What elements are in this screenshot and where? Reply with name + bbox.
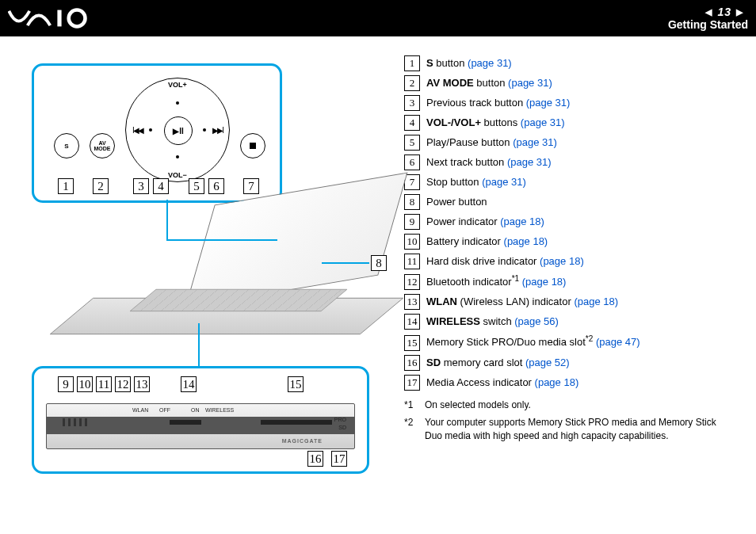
- next-track-label: ▶▶I: [212, 126, 223, 135]
- page-reference-link[interactable]: (page 31): [521, 116, 565, 128]
- connector-line: [166, 239, 277, 241]
- prev-page-icon[interactable]: ◀: [705, 7, 712, 17]
- legend-item: 14WIRELESS switch (page 56): [404, 314, 732, 330]
- magicgate-label: MAGICGATE: [282, 438, 323, 444]
- callout-num: 17: [331, 451, 347, 467]
- page-reference-link[interactable]: (page 18): [535, 376, 579, 388]
- legend-text: S button (page 31): [426, 56, 512, 71]
- page-reference-link[interactable]: (page 31): [513, 136, 557, 148]
- legend-text: WLAN (Wireless LAN) indicator (page 18): [426, 295, 618, 309]
- legend-item: 13WLAN (Wireless LAN) indicator (page 18…: [404, 294, 732, 310]
- wireless-switch-graphic: [170, 420, 201, 425]
- legend-num: 6: [404, 154, 420, 170]
- legend-text: Hard disk drive indicator (page 18): [426, 254, 584, 269]
- connector-line: [198, 323, 200, 366]
- legend-num: 16: [404, 355, 420, 371]
- legend-text: VOL-/VOL+ buttons (page 31): [426, 116, 565, 130]
- footnote-text: Your computer supports Memory Stick PRO …: [425, 416, 732, 443]
- front-port-strip: WLAN OFF ON WIRELESS PRO SD MAGICGATE: [46, 403, 355, 449]
- top-callout: S AV MODE VOL+ VOL− I◀◀ ▶▶I ▶II 1 2 3 4 …: [32, 63, 282, 203]
- footnote-mark: *2: [404, 416, 417, 443]
- legend-item: 16SD memory card slot (page 52): [404, 355, 732, 371]
- legend-item: 17Media Access indicator (page 18): [404, 375, 732, 391]
- legend-text: Previous track button (page 31): [426, 96, 570, 110]
- page-reference-link[interactable]: (page 18): [540, 255, 584, 267]
- prev-track-label: I◀◀: [132, 126, 143, 135]
- laptop-illustration: [71, 189, 388, 367]
- av-mode-button-graphic: AV MODE: [90, 133, 115, 158]
- footnote-mark: *1: [404, 399, 417, 412]
- header-right: ◀ 13 ▶ Getting Started: [668, 6, 748, 31]
- legend-text: Power button: [426, 195, 487, 209]
- legend-list: 1S button (page 31)2AV MODE button (page…: [404, 55, 732, 391]
- callout-num: 9: [58, 376, 74, 392]
- legend-item: 7Stop button (page 31): [404, 174, 732, 190]
- vaio-logo: [8, 8, 111, 29]
- legend-text: Play/Pause button (page 31): [426, 135, 557, 150]
- page-reference-link[interactable]: (page 31): [508, 77, 552, 89]
- legend-item: 1S button (page 31): [404, 55, 732, 71]
- connector-line: [166, 200, 168, 239]
- page-reference-link[interactable]: (page 31): [468, 57, 512, 69]
- legend-num: 7: [404, 174, 420, 190]
- play-pause-label: ▶II: [164, 116, 193, 145]
- callout-num: 11: [96, 376, 112, 392]
- page-reference-link[interactable]: (page 18): [574, 296, 618, 307]
- sd-label: SD: [338, 425, 346, 430]
- footnote: *2Your computer supports Memory Stick PR…: [404, 416, 732, 443]
- off-label: OFF: [159, 407, 170, 413]
- page-number: 13: [717, 6, 731, 18]
- indicator-leds: [63, 418, 87, 426]
- legend-num: 9: [404, 214, 420, 230]
- page-reference-link[interactable]: (page 31): [482, 176, 526, 188]
- legend-num: 8: [404, 194, 420, 210]
- svg-rect-0: [57, 10, 61, 27]
- legend-item: 5Play/Pause button (page 31): [404, 135, 732, 151]
- callout-num: 14: [181, 376, 197, 392]
- footnote: *1On selected models only.: [404, 399, 732, 412]
- callout-num: 13: [134, 376, 150, 392]
- memory-stick-slot-graphic: [261, 420, 332, 425]
- section-title: Getting Started: [668, 18, 748, 31]
- legend-text: Media Access indicator (page 18): [426, 376, 578, 390]
- wireless-label: WIRELESS: [205, 407, 234, 413]
- page-reference-link[interactable]: (page 31): [507, 156, 552, 168]
- legend-text: Power indicator (page 18): [426, 215, 544, 229]
- bottom-callout: 9 10 11 12 13 14 15 WLAN OFF ON WIRELESS…: [32, 366, 369, 474]
- legend-item: 4VOL-/VOL+ buttons (page 31): [404, 115, 732, 131]
- legend-num: 4: [404, 115, 420, 131]
- legend-column: 1S button (page 31)2AV MODE button (page…: [404, 55, 732, 467]
- legend-text: Stop button (page 31): [426, 175, 526, 189]
- s-button-graphic: S: [54, 133, 79, 158]
- page-reference-link[interactable]: (page 56): [514, 315, 559, 327]
- legend-text: AV MODE button (page 31): [426, 76, 552, 90]
- page-reference-link[interactable]: (page 52): [525, 357, 570, 368]
- pro-label: PRO: [334, 417, 346, 422]
- footnote-text: On selected models only.: [425, 399, 531, 412]
- stop-button-graphic: [240, 133, 265, 158]
- legend-item: 6Next track button (page 31): [404, 154, 732, 170]
- page-reference-link[interactable]: (page 18): [504, 235, 548, 247]
- legend-num: 10: [404, 234, 420, 250]
- legend-item: 12Bluetooth indicator*1 (page 18): [404, 273, 732, 290]
- page-counter: ◀ 13 ▶: [668, 6, 748, 18]
- legend-item: 3Previous track button (page 31): [404, 95, 732, 111]
- next-page-icon[interactable]: ▶: [736, 7, 743, 17]
- page-reference-link[interactable]: (page 31): [526, 97, 571, 109]
- diagram-column: S AV MODE VOL+ VOL− I◀◀ ▶▶I ▶II 1 2 3 4 …: [24, 55, 396, 467]
- legend-item: 11Hard disk drive indicator (page 18): [404, 254, 732, 269]
- legend-text: SD memory card slot (page 52): [426, 356, 570, 370]
- page-reference-link[interactable]: (page 18): [500, 216, 544, 227]
- legend-num: 12: [404, 274, 420, 290]
- legend-num: 13: [404, 294, 420, 310]
- vol-plus-label: VOL+: [168, 81, 187, 89]
- media-wheel-graphic: VOL+ VOL− I◀◀ ▶▶I ▶II: [125, 78, 230, 182]
- page-reference-link[interactable]: (page 18): [522, 276, 567, 288]
- legend-item: 9Power indicator (page 18): [404, 214, 732, 230]
- legend-item: 8Power button: [404, 194, 732, 210]
- legend-item: 15Memory Stick PRO/Duo media slot*2 (pag…: [404, 334, 732, 350]
- legend-num: 17: [404, 375, 420, 391]
- legend-num: 11: [404, 254, 420, 269]
- page-reference-link[interactable]: (page 47): [596, 337, 640, 349]
- legend-num: 2: [404, 75, 420, 91]
